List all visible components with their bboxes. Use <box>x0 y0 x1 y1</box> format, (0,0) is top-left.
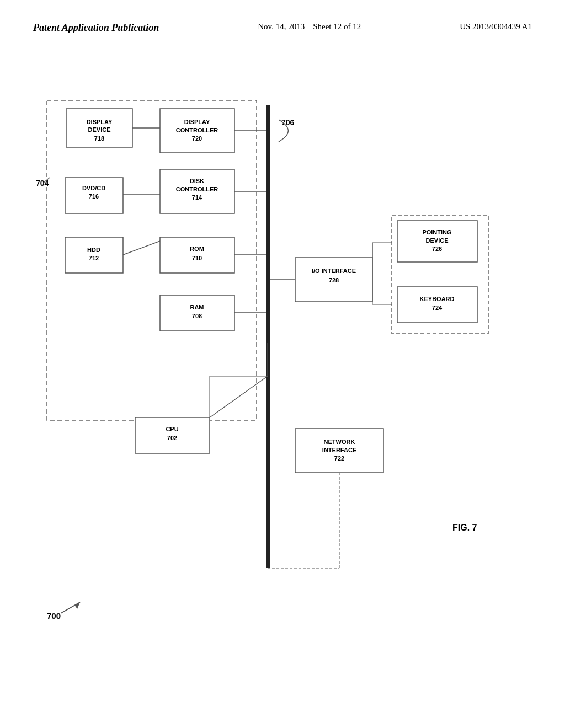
page-header: Patent Application Publication Nov. 14, … <box>0 0 565 45</box>
diagram-area: 704 706 DISPLAY DEVICE 718 DISPLAY CONTR… <box>0 45 565 707</box>
fig-7-label: FIG. 7 <box>452 523 477 532</box>
svg-text:724: 724 <box>432 304 443 311</box>
ram-text: RAM <box>190 304 204 311</box>
svg-text:CONTROLLER: CONTROLLER <box>176 186 218 192</box>
svg-text:720: 720 <box>192 135 202 142</box>
svg-text:726: 726 <box>432 245 442 252</box>
pointing-device-text: POINTING <box>422 229 451 235</box>
svg-text:710: 710 <box>192 255 202 261</box>
cpu-text: CPU <box>166 426 178 432</box>
dvd-cd-text: DVD/CD <box>82 185 105 191</box>
svg-text:712: 712 <box>89 255 99 261</box>
hdd-to-disk-line <box>123 241 160 255</box>
cpu-bus-line <box>210 376 268 417</box>
io-interface-text: I/O INTERFACE <box>312 267 356 274</box>
system-700-label: 700 <box>47 611 61 620</box>
display-device-text: DISPLAY <box>87 119 113 125</box>
svg-text:718: 718 <box>94 135 104 142</box>
svg-text:722: 722 <box>334 455 344 462</box>
svg-text:728: 728 <box>329 277 339 283</box>
svg-text:DEVICE: DEVICE <box>426 237 449 244</box>
keyboard-text: KEYBOARD <box>420 296 455 302</box>
network-interface-text: NETWORK <box>324 438 355 445</box>
hdd-text: HDD <box>87 247 100 253</box>
disk-controller-text: DISK <box>190 178 204 184</box>
publication-number: US 2013/0304439 A1 <box>460 22 532 31</box>
publication-date-sheet: Nov. 14, 2013 Sheet 12 of 12 <box>258 22 361 31</box>
display-controller-text: DISPLAY <box>184 119 210 125</box>
svg-text:714: 714 <box>192 194 202 201</box>
svg-text:716: 716 <box>89 193 99 200</box>
bus-line <box>266 105 270 568</box>
svg-text:DEVICE: DEVICE <box>88 126 111 133</box>
svg-text:CONTROLLER: CONTROLLER <box>176 127 218 133</box>
rom-text: ROM <box>190 245 204 252</box>
publication-title: Patent Application Publication <box>33 22 159 34</box>
svg-text:INTERFACE: INTERFACE <box>322 447 356 453</box>
svg-text:702: 702 <box>167 435 177 441</box>
svg-text:708: 708 <box>192 313 202 319</box>
